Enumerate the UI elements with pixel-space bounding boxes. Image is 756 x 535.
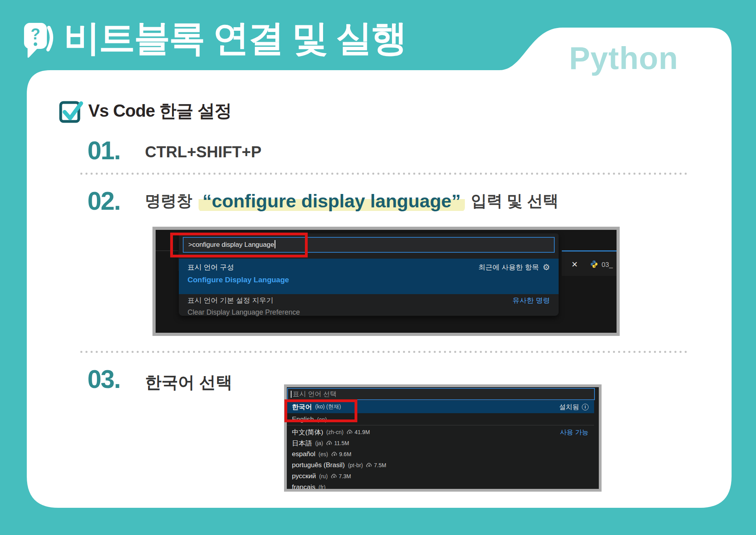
step1-text: CTRL+SHIFT+P	[145, 143, 262, 161]
language-name: français	[292, 483, 316, 491]
similar-commands-label: 유사한 명령	[513, 296, 550, 305]
language-meta: (pt-br)	[348, 462, 363, 468]
step2-prefix: 명령창	[145, 190, 192, 212]
step2-number: 02.	[87, 189, 120, 213]
language-meta: (es)	[319, 451, 328, 457]
item-subtitle: Configure Display Language	[188, 276, 550, 284]
svg-text:?: ?	[31, 25, 40, 43]
language-name: 日本語	[292, 439, 312, 448]
question-bubble-icon: ?	[23, 21, 54, 60]
language-meta: (fr)	[319, 484, 326, 490]
checkbox-icon	[58, 99, 84, 124]
download-count: 7.3M	[339, 473, 351, 479]
red-annotation-box-command-input	[170, 233, 308, 257]
cloud-download-icon	[366, 463, 372, 468]
language-row-japanese[interactable]: 日本語 (ja) 11.5M	[287, 438, 594, 449]
language-name: русский	[292, 472, 316, 480]
cloud-download-icon	[347, 430, 353, 434]
language-meta: (ja)	[315, 440, 323, 446]
language-meta: (zh-cn)	[326, 429, 344, 435]
language-row-portuguese[interactable]: português (Brasil) (pt-br) 7.5M	[287, 460, 594, 471]
red-annotation-box-korean-option	[284, 399, 357, 422]
list-separator	[287, 425, 594, 425]
info-icon[interactable]: i	[582, 404, 589, 410]
cloud-download-icon	[331, 474, 337, 479]
section-heading: Vs Code 한글 설정	[88, 99, 232, 122]
language-row-spanish[interactable]: español (es) 9.6M	[287, 449, 594, 460]
dotted-divider	[80, 350, 687, 353]
language-name: español	[292, 450, 316, 458]
recently-used-label: 최근에 사용한 항목	[478, 263, 539, 272]
download-count: 9.6M	[339, 451, 351, 457]
tab-close-icon[interactable]: ×	[572, 258, 578, 270]
step3-number: 03.	[87, 367, 120, 391]
language-input-placeholder: 표시 언어 선택	[293, 390, 336, 398]
text-cursor	[291, 391, 292, 398]
installed-label: 설치됨	[559, 403, 579, 412]
step2-suffix: 입력 및 선택	[471, 190, 559, 212]
download-count: 7.5M	[374, 462, 386, 468]
cloud-download-icon	[326, 441, 332, 446]
available-label: 사용 가능	[560, 428, 589, 437]
cloud-download-icon	[331, 452, 338, 457]
item-subtitle: Clear Display Language Preference	[188, 308, 550, 317]
dotted-divider	[80, 172, 687, 175]
download-count: 11.5M	[334, 440, 349, 446]
item-title: 표시 언어 기본 설정 지우기	[188, 296, 273, 305]
language-name: 中文(简体)	[292, 428, 323, 437]
download-count: 41.9M	[355, 429, 370, 435]
step2-highlight: “configure display language”	[199, 190, 465, 212]
gear-icon[interactable]: ⚙	[542, 263, 550, 272]
language-search-input[interactable]: 표시 언어 선택	[287, 388, 595, 400]
item-title: 표시 언어 구성	[188, 263, 234, 272]
python-tab-label: Python	[547, 40, 700, 76]
language-meta: (ru)	[319, 473, 328, 479]
palette-item-configure-display-language[interactable]: 표시 언어 구성 최근에 사용한 항목 ⚙ Configure Display …	[179, 259, 559, 294]
page-title: 비트블록 연결 및 실행	[64, 17, 406, 59]
step1-number: 01.	[87, 138, 120, 163]
slide: ? 비트블록 연결 및 실행 Python Vs Code 한글 설정 01. …	[0, 0, 756, 535]
step3-text: 한국어 선택	[145, 372, 232, 393]
step2-text: 명령창 “configure display language” 입력 및 선택	[145, 187, 559, 214]
language-name: português (Brasil)	[292, 461, 345, 469]
python-file-icon	[590, 260, 598, 268]
language-row-clipped[interactable]: français (fr)	[287, 482, 594, 492]
palette-item-clear-display-language[interactable]: 표시 언어 기본 설정 지우기 유사한 명령 Clear Display Lan…	[179, 294, 559, 317]
language-row-chinese[interactable]: 中文(简体) (zh-cn) 41.9M 사용 가능	[287, 427, 594, 438]
language-row-russian[interactable]: русский (ru) 7.3M	[287, 471, 594, 482]
tab-file-label[interactable]: 03_	[602, 261, 613, 269]
